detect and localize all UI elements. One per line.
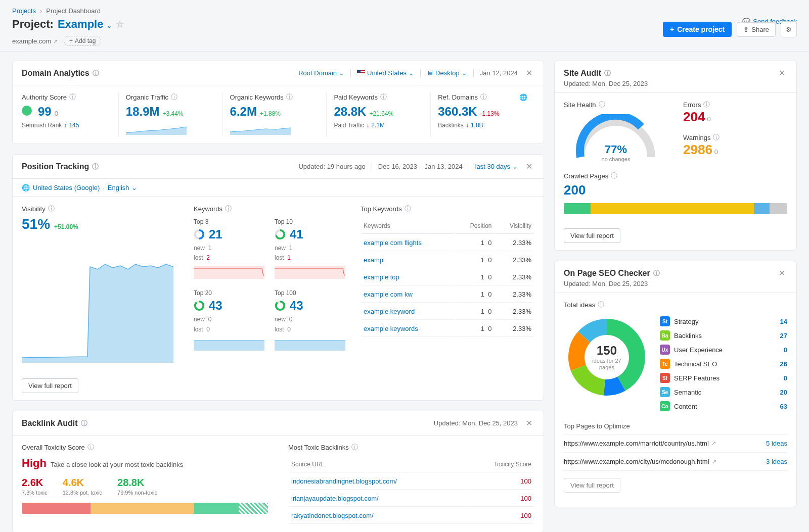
top-keywords-table: KeywordsPositionVisibility example com f… bbox=[361, 217, 534, 338]
metric-paid-keywords: Paid Keywordsⓘ 28.8K+21.64% Paid Traffic… bbox=[327, 92, 431, 136]
view-full-report-button[interactable]: View full report bbox=[564, 228, 620, 243]
info-icon[interactable]: ⓘ bbox=[703, 100, 710, 109]
donut-icon bbox=[194, 229, 205, 240]
idea-row[interactable]: StStrategy14 bbox=[660, 314, 787, 328]
card-title: Backlink Audit bbox=[22, 419, 78, 428]
donut-icon bbox=[194, 300, 205, 311]
info-icon[interactable]: ⓘ bbox=[611, 171, 617, 180]
ideas-link[interactable]: 3 ideas bbox=[766, 458, 787, 465]
info-icon[interactable]: ⓘ bbox=[81, 419, 87, 428]
svg-rect-5 bbox=[275, 266, 345, 279]
device-dropdown[interactable]: 🖥 Desktop ⌄ bbox=[427, 69, 467, 77]
info-icon[interactable]: ⓘ bbox=[87, 443, 94, 452]
external-link-icon: ↗ bbox=[711, 440, 716, 447]
metric-organic-traffic: Organic Trafficⓘ 18.9M+3.44% bbox=[119, 92, 223, 136]
chevron-down-icon: ⌄ bbox=[409, 69, 414, 77]
close-icon[interactable]: ✕ bbox=[777, 268, 787, 278]
sparkline bbox=[230, 122, 291, 135]
breadcrumb-root[interactable]: Projects bbox=[12, 7, 36, 15]
scope-dropdown[interactable]: Root Domain ⌄ bbox=[298, 69, 344, 77]
chevron-down-icon: ⌄ bbox=[107, 22, 112, 29]
info-icon[interactable]: ⓘ bbox=[653, 269, 660, 278]
info-icon[interactable]: ⓘ bbox=[93, 69, 99, 78]
backlink-url[interactable]: indonesiabrandingnet.blogspot.com/ bbox=[291, 477, 397, 485]
period-dropdown[interactable]: last 30 days ⌄ bbox=[475, 163, 518, 170]
project-domain[interactable]: example.com ↗ bbox=[12, 37, 58, 45]
chevron-right-icon: › bbox=[40, 7, 42, 15]
info-icon[interactable]: ⓘ bbox=[713, 133, 720, 142]
info-icon[interactable]: ⓘ bbox=[92, 162, 99, 171]
info-icon[interactable]: ⓘ bbox=[599, 100, 605, 109]
idea-row[interactable]: BaBacklinks27 bbox=[660, 328, 787, 343]
info-icon[interactable]: ⓘ bbox=[171, 92, 177, 102]
warnings-label: Warnings bbox=[683, 134, 710, 141]
svg-rect-8 bbox=[194, 341, 264, 351]
page-url[interactable]: https://www.example.com/city/us/mcdonoug… bbox=[564, 458, 716, 465]
info-icon[interactable]: ⓘ bbox=[598, 300, 604, 309]
crawled-value: 200 bbox=[564, 182, 787, 198]
chevron-down-icon: ⌄ bbox=[131, 184, 137, 191]
updated-label: Updated: Mon, Dec 25, 2023 bbox=[555, 80, 796, 93]
locale-link[interactable]: United States (Google) bbox=[33, 184, 100, 191]
table-row: example keyword1 02.33% bbox=[362, 304, 533, 320]
project-name-dropdown[interactable]: Example ⌄ bbox=[58, 18, 112, 31]
idea-row[interactable]: CoContent63 bbox=[660, 399, 787, 413]
view-full-report-button[interactable]: View full report bbox=[22, 378, 78, 393]
page-url[interactable]: https://www.example.com/marriott/country… bbox=[564, 440, 716, 447]
updated-label: Updated: Mon, Dec 25, 2023 bbox=[434, 419, 518, 427]
crawled-label: Crawled Pages bbox=[564, 172, 608, 180]
info-icon[interactable]: ⓘ bbox=[48, 204, 55, 213]
idea-row[interactable]: SeSemantic20 bbox=[660, 385, 787, 399]
donut-icon bbox=[275, 229, 286, 240]
sparkline bbox=[126, 122, 187, 135]
total-ideas-label: Total ideas bbox=[564, 301, 595, 309]
warnings-value: 2986 bbox=[683, 142, 712, 157]
info-icon[interactable]: ⓘ bbox=[480, 92, 487, 102]
idea-badge-icon: Te bbox=[660, 359, 670, 369]
idea-badge-icon: Co bbox=[660, 401, 670, 411]
close-icon[interactable]: ✕ bbox=[777, 68, 787, 78]
info-icon[interactable]: ⓘ bbox=[380, 92, 387, 102]
visibility-value: 51% bbox=[22, 216, 50, 232]
backlink-url[interactable]: irianjayaupdate.blogspot.com/ bbox=[291, 495, 379, 502]
create-project-button[interactable]: +Create project bbox=[663, 22, 732, 37]
keyword-link[interactable]: example top bbox=[364, 273, 399, 281]
keywords-label: Keywords bbox=[194, 205, 222, 213]
info-icon[interactable]: ⓘ bbox=[286, 92, 293, 102]
close-icon[interactable]: ✕ bbox=[524, 418, 534, 428]
info-icon[interactable]: ⓘ bbox=[225, 204, 232, 213]
breadcrumb: Projects › Project Dashboard bbox=[12, 7, 797, 15]
add-tag-button[interactable]: +Add tag bbox=[64, 36, 101, 46]
keyword-link[interactable]: example com flights bbox=[364, 239, 422, 247]
domain-analytics-card: Domain Analyticsⓘ Root Domain ⌄ United S… bbox=[12, 61, 544, 144]
keyword-link[interactable]: example keyword bbox=[364, 308, 415, 315]
keyword-link[interactable]: example com kw bbox=[364, 291, 413, 298]
view-full-report-button[interactable]: View full report bbox=[564, 478, 620, 493]
updated-label: Updated: 19 hours ago bbox=[298, 163, 365, 170]
backlink-url[interactable]: rakyatindonet.blogspot.com/ bbox=[291, 512, 374, 519]
idea-row[interactable]: SfSERP Features0 bbox=[660, 371, 787, 385]
us-flag-icon bbox=[357, 70, 365, 76]
close-icon[interactable]: ✕ bbox=[524, 68, 534, 78]
metric-ref-domains: Ref. Domainsⓘ🌐 360.3K-1.13% Backlinks ↓ … bbox=[431, 92, 534, 136]
settings-button[interactable]: ⚙ bbox=[781, 21, 797, 37]
info-icon[interactable]: ⓘ bbox=[351, 443, 358, 452]
idea-badge-icon: Se bbox=[660, 387, 670, 397]
idea-row[interactable]: TeTechnical SEO26 bbox=[660, 357, 787, 371]
star-icon[interactable]: ☆ bbox=[116, 19, 124, 30]
country-dropdown[interactable]: United States ⌄ bbox=[357, 69, 414, 77]
info-icon[interactable]: ⓘ bbox=[404, 204, 411, 213]
share-button[interactable]: ⇪Share bbox=[737, 22, 776, 37]
sparkline bbox=[275, 337, 345, 351]
ideas-link[interactable]: 5 ideas bbox=[766, 440, 787, 447]
close-icon[interactable]: ✕ bbox=[524, 162, 534, 171]
toxic-backlinks-table: Source URLToxicity Score indonesiabrandi… bbox=[288, 456, 534, 525]
keyword-link[interactable]: exampl bbox=[364, 256, 385, 264]
info-icon[interactable]: ⓘ bbox=[604, 69, 611, 78]
idea-row[interactable]: UxUser Experience0 bbox=[660, 343, 787, 357]
metric-organic-keywords: Organic Keywordsⓘ 6.2M+1.88% bbox=[223, 92, 327, 136]
info-icon[interactable]: ⓘ bbox=[69, 92, 76, 102]
idea-badge-icon: Ba bbox=[660, 330, 670, 341]
keyword-link[interactable]: example keywords bbox=[364, 325, 418, 332]
language-dropdown[interactable]: English ⌄ bbox=[108, 184, 137, 191]
